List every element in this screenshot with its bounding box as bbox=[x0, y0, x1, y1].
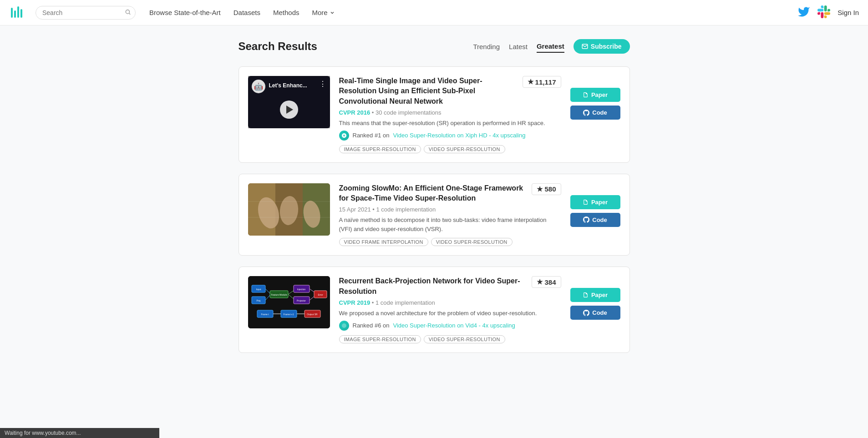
rank-badge bbox=[339, 321, 349, 331]
card-title: Zooming SlowMo: An Efficient One-Stage F… bbox=[339, 183, 525, 204]
filter-tabs: Trending Latest Greatest Subscribe bbox=[473, 39, 629, 54]
star-count: ★ 580 bbox=[532, 183, 561, 195]
card-tags: IMAGE SUPER-RESOLUTION VIDEO SUPER-RESOL… bbox=[339, 145, 561, 153]
avatar: 🤖 bbox=[252, 80, 265, 93]
card-title: Recurrent Back-Projection Network for Vi… bbox=[339, 276, 525, 297]
paper-button[interactable]: Paper bbox=[570, 88, 620, 102]
star-icon: ★ bbox=[537, 278, 543, 286]
svg-text:Frame t: Frame t bbox=[261, 313, 269, 316]
tag[interactable]: VIDEO FRAME INTERPOLATION bbox=[339, 238, 428, 246]
signin-button[interactable]: Sign In bbox=[838, 9, 859, 16]
card-thumbnail[interactable]: 🤖 Let's Enhanc... ⋮ bbox=[248, 76, 330, 128]
venue-link[interactable]: CVPR 2019 bbox=[339, 299, 371, 306]
card-description: This means that the super-resolution (SR… bbox=[339, 119, 561, 128]
svg-line-6 bbox=[129, 13, 131, 15]
nav-more-button[interactable]: More bbox=[312, 9, 335, 16]
tag[interactable]: IMAGE SUPER-RESOLUTION bbox=[339, 145, 421, 153]
card-header-row: Zooming SlowMo: An Efficient One-Stage F… bbox=[339, 183, 561, 204]
subscribe-button[interactable]: Subscribe bbox=[574, 39, 630, 54]
tag[interactable]: VIDEO SUPER-RESOLUTION bbox=[431, 238, 513, 246]
svg-text:Error: Error bbox=[318, 293, 323, 296]
rank-link[interactable]: Video Super-Resolution on Vid4 - 4x upsc… bbox=[393, 322, 515, 329]
svg-text:Proj: Proj bbox=[256, 299, 260, 302]
page-header: Search Results Trending Latest Greatest … bbox=[239, 39, 630, 54]
card-meta: 15 Apr 2021 • 1 code implementation bbox=[339, 206, 561, 213]
result-card: Input Proj Feature Module Injection Proj… bbox=[239, 267, 630, 352]
card-meta: CVPR 2016 • 30 code implementations bbox=[339, 109, 561, 116]
svg-rect-2 bbox=[14, 10, 16, 18]
meta-separator: • bbox=[372, 299, 376, 306]
play-triangle-icon bbox=[286, 106, 293, 114]
card-tags: IMAGE SUPER-RESOLUTION VIDEO SUPER-RESOL… bbox=[339, 335, 561, 343]
result-card: Zooming SlowMo: An Efficient One-Stage F… bbox=[239, 174, 630, 256]
logo[interactable] bbox=[9, 4, 26, 21]
card-header-row: Real-Time Single Image and Video Super-R… bbox=[339, 76, 561, 106]
rank-text: Ranked #1 on bbox=[353, 132, 390, 139]
nav-methods[interactable]: Methods bbox=[273, 9, 299, 16]
main-content: Search Results Trending Latest Greatest … bbox=[229, 25, 639, 378]
nav-links: Browse State-of-the-Art Datasets Methods… bbox=[149, 9, 797, 16]
code-count: 1 code implementation bbox=[376, 299, 435, 306]
svg-point-44 bbox=[342, 323, 346, 328]
venue-link[interactable]: CVPR 2016 bbox=[339, 109, 371, 116]
result-card: 🤖 Let's Enhanc... ⋮ Real-Time Single Ima… bbox=[239, 66, 630, 163]
card-rank-row: Ranked #6 on Video Super-Resolution on V… bbox=[339, 321, 561, 331]
page-title: Search Results bbox=[239, 40, 317, 53]
svg-text:Output SR: Output SR bbox=[307, 313, 318, 316]
card-description: A naïve method is to decompose it into t… bbox=[339, 216, 561, 233]
paper-button[interactable]: Paper bbox=[570, 195, 620, 209]
code-count: 30 code implementations bbox=[376, 109, 442, 116]
card-thumbnail[interactable]: Input Proj Feature Module Injection Proj… bbox=[248, 276, 330, 328]
card-actions: Paper Code bbox=[570, 76, 620, 153]
card-meta: CVPR 2019 • 1 code implementation bbox=[339, 299, 561, 306]
nav-datasets[interactable]: Datasets bbox=[233, 9, 260, 16]
card-body: Zooming SlowMo: An Efficient One-Stage F… bbox=[339, 183, 561, 247]
card-actions: Paper Code bbox=[570, 276, 620, 343]
card-body: Recurrent Back-Projection Network for Vi… bbox=[339, 276, 561, 343]
code-button[interactable]: Code bbox=[570, 213, 620, 227]
slack-link[interactable] bbox=[817, 5, 830, 20]
rank-text: Ranked #6 on bbox=[353, 322, 390, 329]
tag[interactable]: VIDEO SUPER-RESOLUTION bbox=[424, 335, 505, 343]
twitter-link[interactable] bbox=[797, 5, 810, 20]
tab-latest[interactable]: Latest bbox=[509, 41, 528, 52]
card-thumbnail[interactable] bbox=[248, 183, 330, 236]
card-title: Real-Time Single Image and Video Super-R… bbox=[339, 76, 515, 106]
card-body: Real-Time Single Image and Video Super-R… bbox=[339, 76, 561, 153]
star-icon: ★ bbox=[537, 185, 543, 193]
search-bar bbox=[36, 6, 136, 20]
play-button[interactable] bbox=[280, 101, 298, 119]
code-button[interactable]: Code bbox=[570, 306, 620, 320]
svg-rect-4 bbox=[20, 9, 22, 18]
tab-trending[interactable]: Trending bbox=[473, 41, 500, 52]
star-count: ★ 384 bbox=[532, 276, 561, 288]
code-button[interactable]: Code bbox=[570, 106, 620, 120]
search-button[interactable] bbox=[125, 9, 131, 16]
svg-text:Feature Module: Feature Module bbox=[271, 293, 287, 296]
card-description: We proposed a novel architecture for the… bbox=[339, 309, 561, 318]
nav-browse[interactable]: Browse State-of-the-Art bbox=[149, 9, 221, 16]
search-input[interactable] bbox=[36, 6, 136, 20]
date-text: 15 Apr 2021 bbox=[339, 206, 371, 213]
svg-rect-1 bbox=[11, 8, 13, 18]
tag[interactable]: IMAGE SUPER-RESOLUTION bbox=[339, 335, 421, 343]
code-count: 1 code implementation bbox=[376, 206, 436, 213]
thumb-label: Let's Enhanc... bbox=[269, 80, 307, 89]
rank-link[interactable]: Video Super-Resolution on Xiph HD - 4x u… bbox=[393, 132, 525, 139]
card-tags: VIDEO FRAME INTERPOLATION VIDEO SUPER-RE… bbox=[339, 238, 561, 246]
tab-greatest[interactable]: Greatest bbox=[537, 40, 564, 53]
svg-rect-3 bbox=[17, 6, 19, 18]
svg-text:Frame t+1: Frame t+1 bbox=[283, 313, 294, 316]
svg-text:Projector: Projector bbox=[296, 299, 305, 302]
rank-badge bbox=[339, 131, 349, 141]
meta-separator: • bbox=[372, 109, 376, 116]
svg-text:Injection: Injection bbox=[297, 288, 305, 291]
navbar-right: Sign In bbox=[797, 5, 859, 20]
tag[interactable]: VIDEO SUPER-RESOLUTION bbox=[424, 145, 505, 153]
card-rank-row: Ranked #1 on Video Super-Resolution on X… bbox=[339, 131, 561, 141]
navbar: Browse State-of-the-Art Datasets Methods… bbox=[0, 0, 868, 25]
card-header-row: Recurrent Back-Projection Network for Vi… bbox=[339, 276, 561, 297]
more-icon: ⋮ bbox=[319, 80, 326, 88]
paper-button[interactable]: Paper bbox=[570, 288, 620, 302]
svg-point-5 bbox=[126, 10, 129, 13]
